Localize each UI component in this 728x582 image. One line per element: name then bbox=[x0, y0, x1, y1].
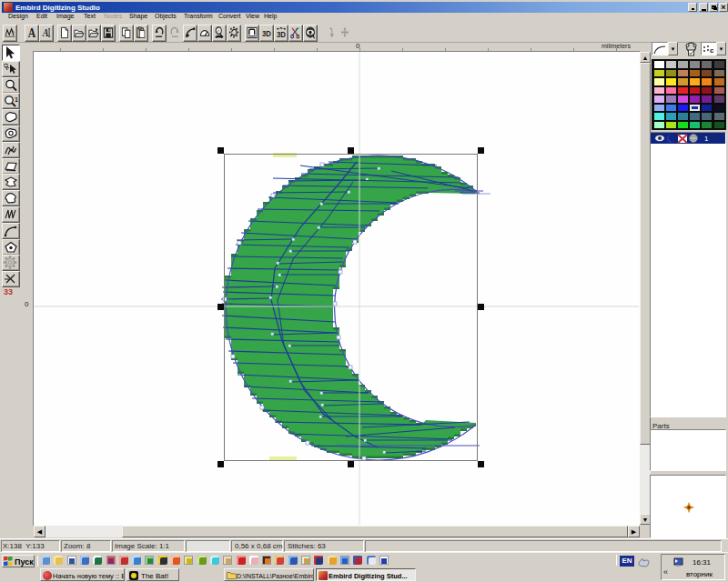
svg-text:3D: 3D bbox=[277, 29, 286, 39]
svg-text:1: 1 bbox=[15, 96, 18, 103]
svg-text:c: c bbox=[710, 46, 714, 55]
svg-text:A: A bbox=[28, 25, 36, 40]
svg-text:✓: ✓ bbox=[217, 28, 220, 35]
svg-text:3D: 3D bbox=[262, 28, 271, 38]
svg-text:1: 1 bbox=[704, 135, 709, 143]
svg-text:A: A bbox=[42, 26, 49, 38]
